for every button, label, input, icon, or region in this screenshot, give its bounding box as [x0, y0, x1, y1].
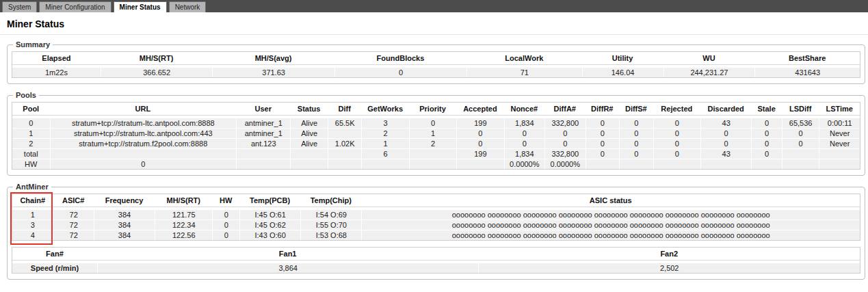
- table-cell: 0: [619, 129, 653, 139]
- table-cell: 0: [12, 116, 50, 129]
- table-cell: 0: [409, 116, 456, 129]
- table-cell: 0: [653, 149, 700, 159]
- column-header: Discarded: [700, 103, 751, 116]
- table-cell: 122.56: [155, 230, 212, 240]
- tab-system[interactable]: System: [2, 1, 37, 12]
- column-header: URL: [50, 103, 237, 116]
- table-cell: 0: [544, 139, 585, 149]
- table-cell: 0: [50, 159, 237, 169]
- header-row: Chain#ASIC#FrequencyMH/S(RT)HWTemp(PCB)T…: [12, 194, 860, 207]
- table-cell: 65.5K: [328, 116, 362, 129]
- tab-miner-status[interactable]: Miner Status: [114, 1, 167, 12]
- table-cell: 2: [409, 139, 456, 149]
- table-cell: 384: [94, 207, 155, 220]
- pools-table: PoolURLUserStatusDiffGetWorksPriorityAcc…: [12, 102, 860, 170]
- column-header: WU: [663, 52, 755, 65]
- table-cell: stratum+tcp://stratum-ltc.antpool.com:88…: [50, 116, 237, 129]
- table-cell: 0: [751, 149, 782, 159]
- table-cell: Speed (r/min): [12, 261, 97, 273]
- table-cell: 0: [619, 116, 653, 129]
- table-cell: 366.652: [101, 65, 213, 77]
- table-cell: 0: [544, 129, 585, 139]
- table-cell: [619, 159, 653, 169]
- column-header: Pool: [12, 103, 50, 116]
- table-cell: antminer_1: [236, 116, 290, 129]
- table-cell: [586, 159, 620, 169]
- table-row: 172384121.750I:45 O:61I:54 O:69oooooooo …: [12, 207, 860, 220]
- table-cell: Never: [819, 129, 860, 139]
- tab-network[interactable]: Network: [169, 1, 207, 12]
- table-cell: I:45 O:62: [239, 220, 300, 230]
- table-row: Speed (r/min)3,8642,502: [12, 261, 860, 273]
- chains-table-wrapper: Chain#ASIC#FrequencyMH/S(RT)HWTemp(PCB)T…: [12, 194, 860, 241]
- table-cell: stratum+tcp://stratum-ltc.antpool.com:44…: [50, 129, 237, 139]
- table-cell: 0: [751, 139, 782, 149]
- column-header: LSTime: [819, 103, 860, 116]
- table-row: 2stratum+tcp://stratum.f2pool.com:8888an…: [12, 139, 860, 149]
- table-cell: [328, 129, 362, 139]
- table-cell: 1m22s: [12, 65, 101, 77]
- chains-table: Chain#ASIC#FrequencyMH/S(RT)HWTemp(PCB)T…: [12, 194, 860, 241]
- table-cell: 431643: [754, 65, 860, 77]
- column-header: HW: [212, 194, 239, 207]
- table-cell: 0: [456, 129, 503, 139]
- table-cell: 3: [361, 116, 408, 129]
- table-cell: 0: [751, 129, 782, 139]
- header-row: Fan#Fan1Fan2: [12, 248, 860, 261]
- table-cell: 0: [653, 116, 700, 129]
- table-cell: [751, 159, 782, 169]
- table-cell: 199: [456, 149, 503, 159]
- page-title: Miner Status: [7, 18, 868, 29]
- column-header: DiffR#: [586, 103, 620, 116]
- pools-section: Pools PoolURLUserStatusDiffGetWorksPrior…: [7, 91, 865, 176]
- table-cell: 43: [700, 116, 751, 129]
- table-cell: 2: [12, 139, 50, 149]
- table-cell: 0: [619, 149, 653, 159]
- antminer-section: AntMiner Chain#ASIC#FrequencyMH/S(RT)HWT…: [7, 183, 865, 280]
- table-cell: 0: [586, 149, 620, 159]
- table-cell: 6: [361, 149, 408, 159]
- table-cell: I:45 O:61: [239, 207, 300, 220]
- column-header: Temp(PCB): [239, 194, 300, 207]
- table-cell: [328, 159, 362, 169]
- table-cell: 0: [504, 139, 544, 149]
- table-cell: [782, 159, 819, 169]
- table-cell: 0: [751, 116, 782, 129]
- table-cell: 384: [94, 220, 155, 230]
- table-cell: 4: [12, 230, 53, 240]
- table-cell: [700, 159, 751, 169]
- column-header: MH/S(RT): [101, 52, 213, 65]
- table-cell: 72: [53, 230, 93, 240]
- table-cell: 0:00:11: [819, 116, 860, 129]
- table-cell: 71: [466, 65, 582, 77]
- table-cell: 1: [12, 129, 50, 139]
- table-cell: total: [12, 149, 50, 159]
- table-cell: 0: [212, 220, 239, 230]
- table-cell: 0: [334, 65, 466, 77]
- table-row: 1stratum+tcp://stratum-ltc.antpool.com:4…: [12, 129, 860, 139]
- table-cell: [290, 159, 328, 169]
- column-header: Status: [290, 103, 328, 116]
- table-cell: 0: [782, 139, 819, 149]
- table-cell: 0.0000%: [504, 159, 544, 169]
- column-header: Elapsed: [12, 52, 101, 65]
- table-cell: 72: [53, 207, 93, 220]
- tab-miner-configuration[interactable]: Miner Configuration: [39, 1, 111, 12]
- column-header: MH/S(avg): [212, 52, 334, 65]
- column-header: GetWorks: [361, 103, 408, 116]
- column-header: Nonce#: [504, 103, 544, 116]
- column-header: LSDiff: [782, 103, 819, 116]
- column-header: Temp(Chip): [300, 194, 361, 207]
- table-cell: 199: [456, 116, 503, 129]
- table-cell: 0: [700, 129, 751, 139]
- table-cell: oooooooo oooooooo oooooooo oooooooo oooo…: [361, 207, 860, 220]
- table-cell: antminer_1: [236, 129, 290, 139]
- table-cell: I:55 O:70: [300, 220, 361, 230]
- column-header: Fan#: [12, 248, 97, 261]
- column-header: Diff: [328, 103, 362, 116]
- table-cell: 3: [12, 220, 53, 230]
- table-cell: [456, 159, 503, 169]
- column-header: MH/S(RT): [155, 194, 212, 207]
- table-cell: Alive: [290, 116, 328, 129]
- table-cell: 1: [409, 129, 456, 139]
